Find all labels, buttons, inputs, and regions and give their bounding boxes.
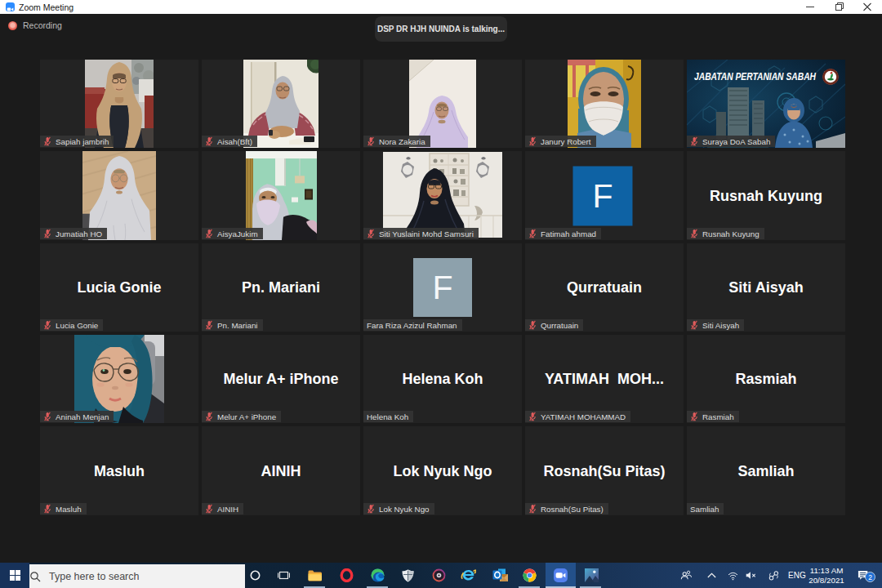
svg-text:2: 2: [868, 573, 872, 581]
svg-text:JABATAN PERTANIAN SABAH: JABATAN PERTANIAN SABAH: [694, 71, 817, 82]
